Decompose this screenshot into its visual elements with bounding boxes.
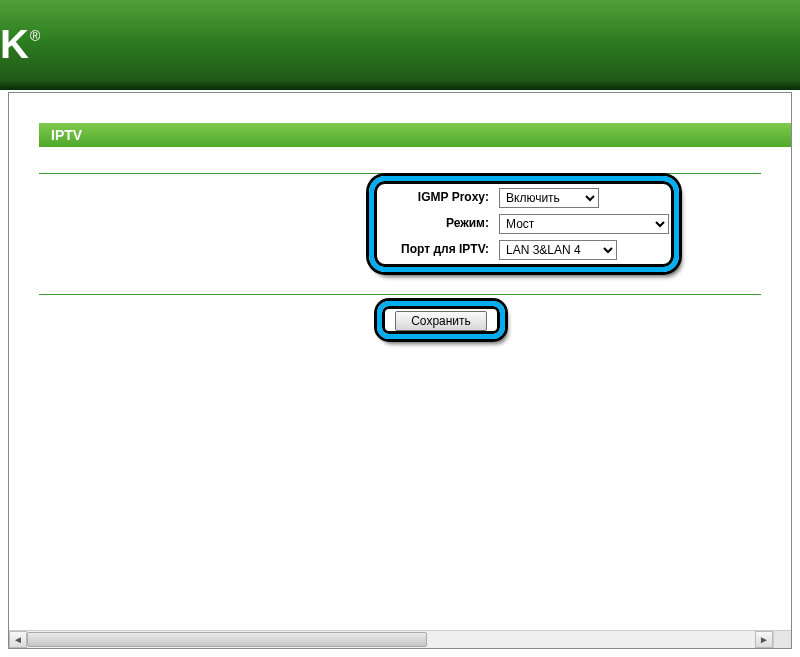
label-igmp-proxy: IGMP Proxy: (369, 190, 489, 204)
chevron-left-icon: ◄ (13, 634, 23, 645)
header-band: K® (0, 0, 800, 90)
scroll-right-button[interactable]: ► (755, 631, 773, 648)
scroll-left-button[interactable]: ◄ (9, 631, 27, 648)
separator-bottom (39, 294, 761, 295)
scroll-corner (773, 630, 791, 648)
brand-logo-text: K (0, 22, 28, 66)
select-iptv-port[interactable]: LAN 3&LAN 4 (499, 240, 617, 260)
select-igmp-proxy[interactable]: Включить (499, 188, 599, 208)
save-button[interactable]: Сохранить (395, 311, 487, 331)
content-scroll: IPTV IGMP Proxy: Включить Режим: Мост По… (9, 93, 791, 628)
brand-registered: ® (30, 28, 39, 44)
brand-logo: K® (0, 22, 37, 67)
label-mode: Режим: (369, 216, 489, 230)
scroll-track[interactable] (27, 631, 755, 648)
horizontal-scrollbar[interactable]: ◄ ► (9, 630, 773, 648)
save-area: Сохранить (39, 299, 761, 355)
scroll-thumb[interactable] (27, 632, 427, 647)
iptv-settings-form: IGMP Proxy: Включить Режим: Мост Порт дл… (39, 174, 761, 294)
select-mode[interactable]: Мост (499, 214, 669, 234)
chevron-right-icon: ► (759, 634, 769, 645)
page-title: IPTV (39, 123, 791, 147)
content-frame: IPTV IGMP Proxy: Включить Режим: Мост По… (8, 92, 792, 649)
label-iptv-port: Порт для IPTV: (369, 242, 489, 256)
